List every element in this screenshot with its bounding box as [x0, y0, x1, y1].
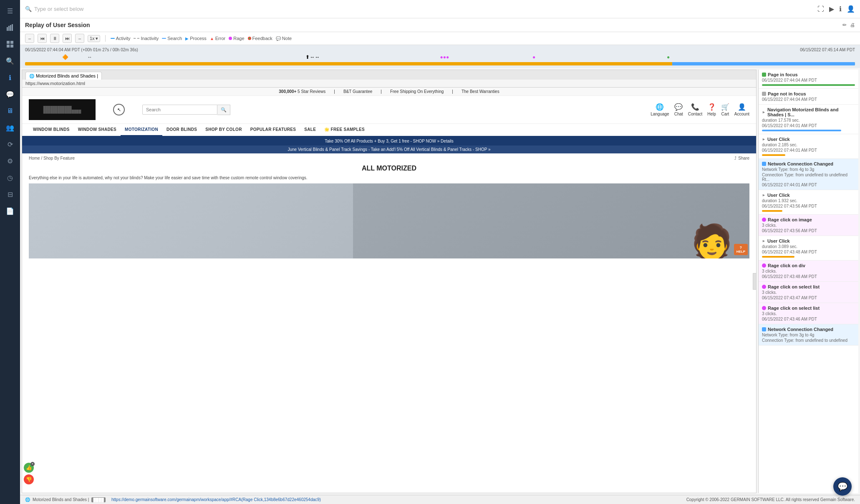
tl-marker-nav[interactable]: ⬆↔↔: [305, 54, 320, 60]
forward-btn[interactable]: –: [75, 34, 84, 43]
info-icon[interactable]: ℹ: [839, 5, 842, 13]
sidebar-icon-sync[interactable]: ⟳: [3, 137, 18, 152]
sidebar-icon-grid[interactable]: [3, 37, 18, 52]
sidebar-icon-clock[interactable]: ◷: [3, 170, 18, 185]
site-sale-bar-2[interactable]: June Vertical Blinds & Panel Track Savin…: [22, 145, 756, 153]
session-header-icons: ✏ 🖨: [842, 22, 855, 28]
sale-bar-2-text: June Vertical Blinds & Panel Track Savin…: [288, 147, 490, 152]
site-nav-language[interactable]: 🌐Language: [651, 103, 669, 116]
event-date-rage-select-1: 06/15/2022 07:43:47 AM PDT: [762, 296, 855, 300]
share-area[interactable]: ⤴ Share: [734, 156, 749, 160]
prev-btn[interactable]: ⏮: [38, 34, 47, 43]
user-icon[interactable]: 👤: [847, 5, 855, 13]
sidebar-icon-users[interactable]: 👥: [3, 120, 18, 135]
promo-reviews: 300,000+ 5 Star Reviews: [279, 89, 325, 94]
sidebar-icon-chat[interactable]: 💬: [3, 87, 18, 102]
sidebar-icon-info[interactable]: ℹ: [3, 70, 18, 85]
next-btn[interactable]: ⏭: [63, 34, 72, 43]
tl-marker-rage-1[interactable]: 🔶: [62, 54, 68, 60]
site-nav-cart[interactable]: 🛒Cart: [721, 103, 729, 116]
edit-icon[interactable]: ✏: [842, 22, 847, 28]
event-card-nav-motorized[interactable]: ► Navigation Motorized Blinds and Shades…: [759, 105, 858, 134]
event-title-rage-div: Rage click on div: [762, 263, 855, 268]
site-search-input[interactable]: [142, 105, 217, 115]
site-nav-contact[interactable]: 📞Contact: [688, 103, 702, 116]
sidebar-icon-layers[interactable]: ⊟: [3, 187, 18, 202]
event-date-uc3: 06/15/2022 07:43:48 AM PDT: [762, 250, 855, 254]
sidebar-icon-monitor[interactable]: 🖥: [3, 103, 18, 118]
sidebar-icon-search[interactable]: 🔍: [3, 53, 18, 68]
event-card-page-in-focus[interactable]: Page in focus 06/15/2022 07:44:04 AM PDT: [759, 70, 858, 89]
timeline-progress-bar[interactable]: [25, 62, 855, 65]
global-search-area[interactable]: 🔍 Type or select below: [25, 6, 814, 12]
site-search-btn[interactable]: 🔍: [217, 105, 230, 115]
legend-inactivity[interactable]: Inactivity: [134, 36, 159, 41]
tl-marker-move[interactable]: ↔: [87, 54, 92, 60]
pause-btn[interactable]: ⏸: [50, 34, 59, 43]
event-label-rage-select-2: Rage click on select list: [768, 306, 820, 311]
event-card-rage-div[interactable]: Rage click on div 3 clicks. 06/15/2022 0…: [759, 261, 858, 282]
legend-error[interactable]: ▲ Error: [210, 36, 225, 41]
sidebar-icon-analytics[interactable]: [3, 20, 18, 35]
print-icon[interactable]: 🖨: [850, 22, 855, 28]
thumbs-up-feedback[interactable]: 👍 ✕: [24, 463, 34, 473]
svg-rect-7: [10, 45, 13, 48]
nav-popular-features[interactable]: POPULAR FEATURES: [246, 124, 300, 136]
tl-marker-rage-3[interactable]: ●: [532, 54, 535, 60]
legend-feedback[interactable]: Feedback: [248, 36, 272, 41]
legend-process[interactable]: ▶ Process: [185, 36, 207, 41]
event-icon-rage-select-2: [762, 306, 766, 310]
site-nav-help[interactable]: ❓Help: [707, 103, 716, 116]
event-card-rage-select-1[interactable]: Rage click on select list 3 clicks. 06/1…: [759, 282, 858, 303]
chat-widget[interactable]: 💬: [833, 477, 852, 496]
collapse-sidebar-arrow[interactable]: ›: [753, 273, 757, 290]
nav-window-shades[interactable]: WINDOW SHADES: [74, 124, 121, 136]
session-area: Replay of User Session ✏ 🖨 – ⏮ ⏸ ⏭ – 1x …: [20, 18, 860, 504]
event-label-network-1: Network Connection Changed: [768, 161, 833, 166]
sidebar-icon-document[interactable]: 📄: [3, 203, 18, 218]
tl-marker-rage-2[interactable]: ●●●: [440, 54, 449, 60]
sidebar-icon-settings[interactable]: ⚙: [3, 153, 18, 168]
fullscreen-icon[interactable]: ⛶: [817, 5, 824, 13]
legend-rage[interactable]: Rage: [229, 36, 244, 41]
browser-address-bar[interactable]: https://www.motorization.html: [22, 80, 756, 88]
nav-sale[interactable]: SALE: [300, 124, 320, 136]
event-card-page-not-focus[interactable]: Page not in focus 06/15/2022 07:44:04 AM…: [759, 89, 858, 105]
thumbs-down-feedback[interactable]: 👎: [24, 474, 34, 484]
nav-free-samples[interactable]: 🌟 FREE SAMPLES: [320, 124, 369, 136]
event-meta-network-2: Network Type: from 3g to 4g: [762, 333, 855, 337]
search-placeholder[interactable]: Type or select below: [34, 6, 84, 12]
site-logo[interactable]: ████████████████████████████: [29, 99, 96, 120]
legend-search[interactable]: Search: [162, 36, 182, 41]
feedback-close-x[interactable]: ✕: [30, 462, 35, 466]
svg-rect-1: [8, 26, 10, 31]
svg-rect-6: [7, 45, 10, 48]
nav-shop-by-color[interactable]: SHOP BY COLOR: [201, 124, 246, 136]
nav-window-blinds[interactable]: WINDOW BLINDS: [29, 124, 74, 136]
nav-door-blinds[interactable]: DOOR BLINDS: [162, 124, 201, 136]
event-card-rage-image[interactable]: Rage click on image 3 clicks. 06/15/2022…: [759, 215, 858, 236]
play-icon[interactable]: ▶: [829, 5, 834, 13]
legend-activity[interactable]: Activity: [111, 36, 131, 41]
event-label-nav: Navigation Motorized Blinds and Shades |…: [767, 107, 855, 117]
event-date-uc2: 06/15/2022 07:43:56 AM PDT: [762, 204, 855, 208]
event-card-user-click-1[interactable]: ► User Click duration 2.185 sec. 06/15/2…: [759, 134, 858, 159]
site-nav-account[interactable]: 👤Account: [734, 103, 749, 116]
event-card-rage-select-2[interactable]: Rage click on select list 3 clicks. 06/1…: [759, 303, 858, 324]
site-sale-bar-1[interactable]: Take 30% Off All Products + Buy 3, Get 1…: [22, 137, 756, 145]
event-card-user-click-2[interactable]: ► User Click duration 1.932 sec. 06/15/2…: [759, 190, 858, 215]
nav-motorization[interactable]: MOTORIZATION: [121, 124, 162, 136]
event-card-user-click-3[interactable]: ► User Click duration 3.089 sec. 06/15/2…: [759, 236, 858, 261]
event-card-network-2[interactable]: Network Connection Changed Network Type:…: [759, 324, 858, 346]
legend-note[interactable]: 💬 Note: [276, 36, 292, 41]
site-nav-chat[interactable]: 💬Chat: [674, 103, 683, 116]
back-btn[interactable]: –: [25, 34, 34, 43]
sidebar-icon-hamburger[interactable]: ☰: [3, 3, 18, 18]
event-card-network-1[interactable]: Network Connection Changed Network Type:…: [759, 159, 858, 190]
tl-marker-feedback[interactable]: ●: [667, 54, 670, 60]
breadcrumb-text[interactable]: Home / Shop By Feature: [29, 156, 75, 160]
timeline-container[interactable]: 06/15/2022 07:44:04 AM PDT (+00h 01m 27s…: [20, 45, 860, 68]
speed-selector[interactable]: 1x ▾: [88, 35, 100, 42]
help-button[interactable]: ? HELP: [734, 244, 748, 255]
browser-tab[interactable]: 🌐 Motorized Blinds and Shades |: [25, 72, 102, 80]
